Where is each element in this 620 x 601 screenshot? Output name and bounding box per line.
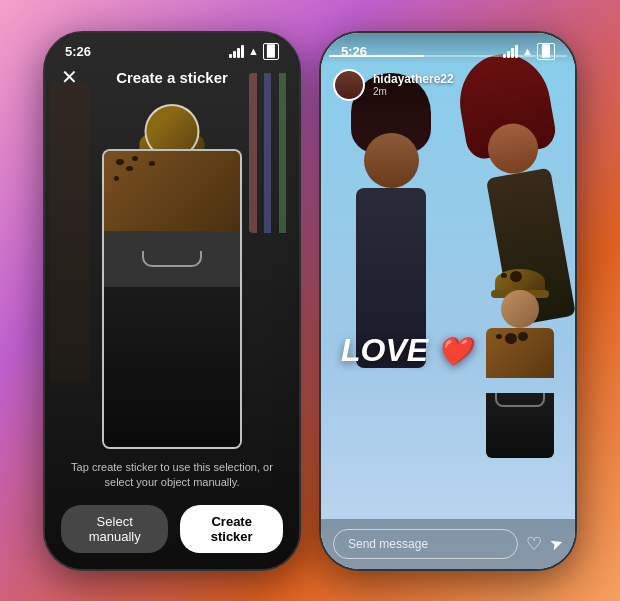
create-sticker-button[interactable]: Create sticker bbox=[180, 505, 283, 553]
user-avatar[interactable] bbox=[333, 69, 365, 101]
story-action-icons: ♡ ➤ bbox=[526, 533, 563, 555]
sticker-pants bbox=[486, 393, 554, 458]
wall-bg bbox=[50, 83, 90, 383]
heart-emoji: ❤️ bbox=[437, 336, 472, 367]
sticker-overlay[interactable] bbox=[475, 269, 565, 449]
sticker-arms bbox=[495, 393, 545, 407]
wardrobe-bg bbox=[249, 73, 299, 233]
select-manually-button[interactable]: Select manually bbox=[61, 505, 168, 553]
hint-text: Tap create sticker to use this selection… bbox=[61, 460, 283, 491]
person-silhouette bbox=[102, 149, 242, 449]
sticker-body bbox=[486, 328, 554, 458]
bottom-area: Tap create sticker to use this selection… bbox=[45, 444, 299, 569]
battery-icon-2: ▉ bbox=[537, 43, 555, 60]
phone-story: LOVE ❤️ bbox=[319, 31, 577, 571]
screen-content-1: 5:26 ▲ ▉ ✕ Create a sticker bbox=[45, 33, 299, 569]
story-photo: LOVE ❤️ bbox=[321, 33, 575, 569]
spot3 bbox=[126, 166, 133, 171]
sticker-top-spots bbox=[496, 334, 502, 339]
heart-icon[interactable]: ♡ bbox=[526, 533, 542, 555]
spot4 bbox=[149, 161, 155, 166]
arms-heart bbox=[137, 251, 207, 271]
bar2 bbox=[233, 51, 236, 58]
avatar-inner bbox=[335, 71, 363, 99]
close-button[interactable]: ✕ bbox=[61, 65, 78, 89]
bar4 bbox=[241, 45, 244, 58]
story-time: 2m bbox=[373, 86, 563, 97]
phone-create-sticker: 5:26 ▲ ▉ ✕ Create a sticker bbox=[43, 31, 301, 571]
time-display: 5:26 bbox=[65, 44, 91, 59]
photo-group: LOVE ❤️ bbox=[321, 33, 575, 569]
person1-container bbox=[331, 73, 451, 368]
person-figure bbox=[102, 149, 242, 449]
sticker-head bbox=[501, 290, 539, 328]
status-icons: ▲ ▉ bbox=[229, 43, 279, 60]
pants bbox=[104, 287, 240, 447]
story-progress-fill bbox=[329, 55, 424, 57]
story-header: hidayathere22 2m bbox=[321, 61, 575, 109]
spot2 bbox=[132, 156, 138, 161]
page-title: Create a sticker bbox=[116, 69, 228, 86]
spot1 bbox=[116, 159, 124, 165]
leopard-top bbox=[104, 151, 240, 231]
status-bar-1: 5:26 ▲ ▉ bbox=[45, 33, 299, 64]
love-text-container: LOVE ❤️ bbox=[341, 332, 472, 369]
story-username: hidayathere22 bbox=[373, 72, 563, 86]
battery-icon: ▉ bbox=[263, 43, 279, 60]
status-icons-2: ▲ ▉ bbox=[503, 43, 555, 60]
face1 bbox=[364, 133, 419, 188]
status-bar-2: 5:26 ▲ ▉ bbox=[321, 33, 575, 64]
love-word: LOVE bbox=[341, 332, 428, 368]
send-icon[interactable]: ➤ bbox=[547, 532, 566, 554]
top-nav: ✕ Create a sticker bbox=[45, 61, 299, 94]
sticker-spots bbox=[501, 273, 507, 278]
wifi-icon: ▲ bbox=[248, 45, 259, 57]
bar1 bbox=[229, 54, 232, 58]
story-bottom-bar: Send message ♡ ➤ bbox=[321, 519, 575, 569]
story-user-info: hidayathere22 2m bbox=[373, 72, 563, 97]
message-input[interactable]: Send message bbox=[333, 529, 518, 559]
phones-container: 5:26 ▲ ▉ ✕ Create a sticker bbox=[43, 31, 577, 571]
screen-content-2: LOVE ❤️ bbox=[321, 33, 575, 569]
bar3 bbox=[237, 48, 240, 58]
heart-arms bbox=[142, 251, 202, 267]
silhouette-body bbox=[102, 149, 242, 449]
spot5 bbox=[114, 176, 119, 181]
story-person1 bbox=[331, 73, 451, 333]
signal-icon bbox=[229, 45, 244, 58]
story-progress-bar bbox=[329, 55, 567, 57]
action-buttons: Select manually Create sticker bbox=[61, 505, 283, 553]
sticker-figure bbox=[475, 269, 565, 449]
sticker-leopard-top bbox=[486, 328, 554, 378]
